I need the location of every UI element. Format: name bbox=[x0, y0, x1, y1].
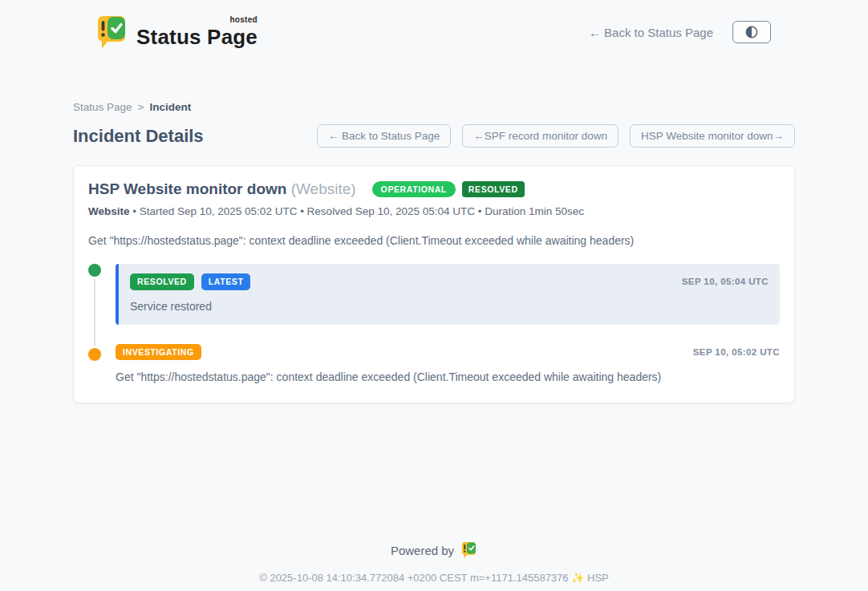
copyright-text: © 2025-10-08 14:10:34.772084 +0200 CEST … bbox=[259, 572, 568, 584]
incident-title-row: HSP Website monitor down (Website) OPERA… bbox=[88, 180, 780, 198]
timeline-entry-head: RESOLVED LATEST SEP 10, 05:04 UTC bbox=[130, 273, 769, 290]
timeline-message: Get "https://hostedstatus.page": context… bbox=[116, 370, 780, 383]
operational-status-badge: OPERATIONAL bbox=[372, 181, 456, 198]
previous-incident-button[interactable]: ←SPF record monitor down bbox=[462, 124, 619, 148]
incident-card: HSP Website monitor down (Website) OPERA… bbox=[73, 165, 795, 403]
breadcrumb-separator: > bbox=[138, 101, 144, 113]
incident-component: (Website) bbox=[291, 180, 356, 197]
back-to-status-page-link[interactable]: ← Back to Status Page bbox=[589, 26, 713, 39]
next-incident-button[interactable]: HSP Website monitor down→ bbox=[630, 124, 795, 148]
incident-timeline: RESOLVED LATEST SEP 10, 05:04 UTC Servic… bbox=[88, 264, 780, 383]
timeline-message: Service restored bbox=[130, 300, 769, 313]
status-page-logo-icon bbox=[96, 14, 128, 50]
copyright-brand: HSP bbox=[587, 572, 609, 584]
logo-text: Status Page bbox=[136, 25, 258, 49]
resolved-badge: RESOLVED bbox=[130, 273, 194, 290]
header-right: ← Back to Status Page bbox=[589, 21, 771, 43]
page-title: Incident Details bbox=[73, 126, 204, 147]
status-page-logo-icon-small bbox=[461, 541, 477, 559]
timeline-timestamp: SEP 10, 05:04 UTC bbox=[682, 277, 769, 286]
latest-badge: LATEST bbox=[201, 273, 251, 290]
breadcrumb: Status Page>Incident bbox=[73, 101, 795, 113]
header: hosted Status Page ← Back to Status Page bbox=[0, 0, 868, 51]
back-to-status-page-button[interactable]: ← Back to Status Page bbox=[317, 124, 452, 148]
timeline-dot-resolved bbox=[88, 264, 101, 277]
footer: Powered by © 2025-10-08 14:10:34.772084 … bbox=[0, 541, 868, 591]
timeline-entry-content: INVESTIGATING SEP 10, 05:02 UTC Get "htt… bbox=[116, 344, 780, 384]
timeline-entry-highlight-box: RESOLVED LATEST SEP 10, 05:04 UTC Servic… bbox=[116, 264, 780, 325]
breadcrumb-incident: Incident bbox=[149, 101, 191, 113]
incident-title: HSP Website monitor down (Website) bbox=[88, 180, 356, 198]
powered-by-label: Powered by bbox=[391, 544, 454, 557]
timeline-dot-investigating bbox=[88, 348, 101, 361]
resolved-status-badge: RESOLVED bbox=[462, 181, 525, 198]
circle-half-icon bbox=[744, 24, 760, 40]
timeline-timestamp: SEP 10, 05:02 UTC bbox=[693, 347, 780, 357]
timeline-entry-head: INVESTIGATING SEP 10, 05:02 UTC bbox=[116, 344, 780, 361]
incident-title-text: HSP Website monitor down bbox=[88, 180, 286, 197]
logo[interactable]: hosted Status Page bbox=[96, 14, 258, 50]
timeline-entry-investigating: INVESTIGATING SEP 10, 05:02 UTC Get "htt… bbox=[88, 344, 780, 384]
copyright: © 2025-10-08 14:10:34.772084 +0200 CEST … bbox=[0, 572, 868, 584]
main-content: Status Page>Incident Incident Details ← … bbox=[73, 101, 795, 403]
sparkles-icon: ✨ bbox=[571, 572, 584, 584]
investigating-badge: INVESTIGATING bbox=[116, 344, 201, 361]
powered-by: Powered by bbox=[0, 541, 868, 559]
timeline-entry-resolved: RESOLVED LATEST SEP 10, 05:04 UTC Servic… bbox=[88, 264, 780, 325]
incident-meta: Website • Started Sep 10, 2025 05:02 UTC… bbox=[88, 205, 780, 217]
incident-description: Get "https://hostedstatus.page": context… bbox=[88, 234, 780, 247]
incident-nav-buttons: ← Back to Status Page ←SPF record monito… bbox=[317, 124, 795, 148]
title-row: Incident Details ← Back to Status Page ←… bbox=[73, 124, 795, 148]
logo-text-wrap: hosted Status Page bbox=[136, 17, 258, 50]
incident-meta-details: • Started Sep 10, 2025 05:02 UTC • Resol… bbox=[132, 205, 584, 217]
breadcrumb-status-page[interactable]: Status Page bbox=[73, 101, 132, 113]
incident-meta-component: Website bbox=[88, 205, 130, 217]
logo-superscript: hosted bbox=[229, 15, 258, 24]
theme-toggle-button[interactable] bbox=[732, 21, 771, 43]
